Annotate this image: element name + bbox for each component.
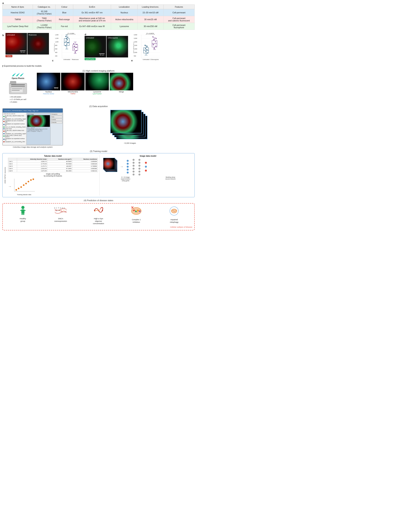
conn-3	[129, 163, 133, 164]
dye-feat-lyso: Cell-permeantfluorophore	[163, 23, 194, 30]
dot-eu3	[145, 48, 146, 49]
nn-h2-2	[138, 162, 140, 164]
cell-label-2: Cell 2	[8, 163, 17, 165]
profiling-label: Single-cell profilingby extracting 56 fe…	[8, 173, 98, 177]
columbus-header-text: Columbus | Administration | View | Help …	[4, 110, 38, 112]
cell-area-3: 148.967	[47, 165, 72, 167]
dot-ec2	[156, 38, 157, 39]
y-tick-500: 500	[134, 55, 136, 57]
image-stack-wrapper: ~5,000 images	[65, 108, 195, 145]
y-tick-1400: 1,400	[55, 34, 59, 36]
dot-u3	[66, 38, 67, 39]
micro-channel-grid: 20 um Nucleus Hoechst 33342 Mitochondria…	[37, 73, 133, 95]
dye-colour-lyso: Far-red	[55, 23, 73, 30]
dot-r6	[76, 50, 77, 51]
columbus-row-3: Cytoplasm as sum of channels (26)	[3, 120, 26, 123]
nn-out-3	[145, 170, 147, 172]
channel-images: 20 um Nucleus Hoechst 33342 Mitochondria…	[37, 73, 133, 95]
y-tick-1200: 1,200	[55, 38, 59, 39]
dye-load-tmrm: 30 min/25 nM	[138, 16, 164, 23]
scale-bar-d1: 50 um	[99, 53, 104, 56]
dot-ec7	[154, 48, 155, 49]
tools-title: Tools	[52, 116, 62, 117]
image-model-labels: 8 × 8 image segmentationusing grids Buil…	[103, 176, 193, 181]
tmrm-image-pair: Untreated 50 um Rotenone	[5, 33, 49, 54]
columbus-item-7: DLAN CELL DEATH ANALYSIS (B)	[5, 130, 26, 133]
columbus-row-11: Cytoplasm_as_surrounding_Strix	[3, 141, 26, 143]
section-f-title: Experimental process to build the models	[4, 65, 41, 67]
columbus-dot-7	[3, 131, 5, 132]
section-f-label: f	[2, 65, 3, 68]
columbus-screen: Columbus | Administration | View | Help …	[2, 108, 63, 145]
cell-label-5: Cell 5	[8, 170, 17, 172]
dye-load-hoechst: 15–30 min/10 uM	[138, 9, 164, 16]
cell-label-4: Cell 4	[8, 167, 17, 170]
pred-healthy: Healthygroup	[11, 206, 35, 222]
cell-data-table: Intensity Hoechst mean Nucleus area (µm²…	[8, 158, 98, 172]
mitophagy-icon	[168, 206, 180, 218]
dye-loc-lyso: Lysosome	[111, 23, 138, 30]
scale-bar-line	[20, 51, 26, 51]
conn-4	[129, 166, 133, 167]
dot-u1	[65, 36, 66, 37]
step4-title: (4) Prediction of disease states	[2, 199, 195, 202]
nn-h1-4	[133, 168, 135, 170]
scale-bar-line-d	[99, 53, 104, 54]
step2-title: (2) Data acquisition	[2, 105, 195, 107]
merge-img	[110, 73, 133, 90]
tmrm-label-f: TMRM	[70, 93, 75, 95]
svg-rect-8	[21, 209, 25, 213]
y-tick-1000: 1,000	[134, 52, 137, 53]
nn-input-3	[127, 166, 129, 168]
svg-rect-10	[24, 210, 26, 211]
nn-h1-2	[133, 162, 135, 164]
stack-img-4	[110, 110, 142, 133]
step3-title: (3) Training model	[2, 150, 195, 152]
nn-h2-1	[138, 159, 140, 161]
conn-5	[129, 169, 133, 170]
x-label-rotenone-c: Rotenone	[72, 59, 79, 60]
cell-row-5: Cell 5 2,873.95 68.1654 0.982131	[8, 170, 98, 172]
dt-col-round: Nucleus roundness	[72, 158, 98, 160]
dye-name-tmrm: TMRM	[3, 16, 33, 23]
columbus-dot-6	[3, 128, 5, 129]
cell-round-3: 0.706682	[72, 165, 98, 167]
dye-loc-tmrm: Active mitochondria	[111, 16, 138, 23]
conn-6	[129, 172, 133, 173]
mitophagy-label: Impairedmitophagy	[170, 218, 178, 223]
dye-feat-tmrm: Cell-permeantand cationic fluorescent	[163, 16, 194, 23]
y-tick-200: 200	[55, 55, 57, 57]
col-header-catalogue: Catalogue no.	[33, 5, 55, 9]
nn-h1-3	[133, 165, 135, 167]
dye-colour-tmrm: Red-orange	[55, 16, 73, 23]
lyso-image-pair: Untreated 50 um Chloroquine	[85, 36, 128, 58]
box2-rect	[73, 45, 78, 51]
scatter-dot-5	[25, 183, 27, 184]
dye-name-hoechst: Hoechst 33342	[3, 9, 33, 16]
dye-name-lyso: LysoTracker Deep Red	[3, 23, 33, 30]
dye-exem-lyso: Ex 647–668 nm/Em near IR	[73, 23, 111, 30]
merge-channel: Merge	[110, 73, 133, 95]
opera-phenix-section: 🧪🧪🧪 Opera Phenix x 96-well plates x 17–2…	[2, 73, 34, 103]
cell-row-2: Cell 2 3,770.53 56.9528 0.883183	[8, 163, 98, 165]
pred-mitophagy: Impairedmitophagy	[162, 206, 186, 223]
scatter-plot-wrapper: Training tabular data	[12, 178, 36, 196]
svg-rect-11	[21, 213, 23, 215]
columbus-body: 2018-08-30 13:46:34 DLAN CELL DEATH ANAL…	[3, 112, 63, 145]
dot-r5	[74, 48, 75, 50]
lyso-untreated-label: Untreated	[86, 37, 94, 39]
svg-point-24	[139, 211, 141, 212]
neurons-label: 200K hiPSC neurons	[4, 167, 6, 184]
dye-cat-tmrm: T668(Thermo Fisher)	[33, 16, 55, 23]
image-stack	[110, 110, 149, 141]
y-tick-400: 400	[55, 52, 57, 53]
svg-rect-12	[23, 213, 24, 215]
columbus-item-11: Cytoplasm_as_surrounding_Strix	[5, 141, 25, 142]
columbus-dot-5	[3, 127, 5, 128]
merge-label: Merge	[119, 91, 124, 93]
y-tick-2000: 2,000	[134, 45, 137, 46]
dt-col-intensity: Intensity Hoechst mean	[17, 158, 47, 160]
neural-net-svg	[125, 158, 148, 176]
grid-overlay: // Will be rendered by JS below	[103, 158, 115, 170]
nn-input-5	[127, 172, 129, 174]
